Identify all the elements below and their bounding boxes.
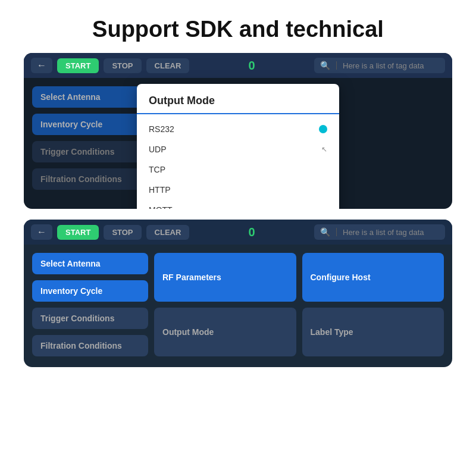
page-title: Support SDK and technical [0, 0, 476, 53]
tag-count-1: 0 [194, 59, 309, 73]
search-divider-2 [336, 228, 337, 236]
search-placeholder-1: Here is a list of tag data [343, 61, 424, 70]
modal-title: Output Mode [149, 95, 327, 107]
start-button-2[interactable]: START [57, 225, 99, 240]
radio-selected-icon [319, 125, 327, 133]
sidebar-inventory-cycle-2[interactable]: Inventory Cycle [32, 280, 148, 302]
modal-option-list: RS232 UDP ↖ TCP HTTP MQTT [137, 114, 339, 209]
modal-option-mqtt[interactable]: MQTT [137, 200, 339, 209]
panel-2: ← START STOP CLEAR 0 🔍 Here is a list of… [24, 220, 452, 367]
back-button-1[interactable]: ← [31, 58, 52, 73]
modal-option-tcp-label: TCP [149, 165, 165, 174]
modal-option-mqtt-label: MQTT [149, 205, 173, 209]
modal-option-udp-label: UDP [149, 145, 167, 154]
sidebar-trigger-conditions-2[interactable]: Trigger Conditions [32, 308, 148, 329]
search-divider-1 [336, 61, 337, 70]
modal-option-http-label: HTTP [149, 185, 171, 195]
toolbar-1: ← START STOP CLEAR 0 🔍 Here is a list of… [24, 53, 452, 78]
modal-option-http[interactable]: HTTP [137, 180, 339, 200]
grid-buttons: RF Parameters Configure Host Output Mode… [154, 253, 444, 356]
grid-output-mode[interactable]: Output Mode [154, 308, 296, 356]
modal-option-tcp[interactable]: TCP [137, 159, 339, 180]
stop-button-1[interactable]: STOP [104, 58, 141, 73]
tag-count-2: 0 [194, 226, 309, 239]
grid-rf-parameters[interactable]: RF Parameters [154, 253, 296, 302]
grid-configure-host[interactable]: Configure Host [302, 253, 444, 302]
panel-1-body: Select Antenna Inventory Cycle Trigger C… [24, 78, 452, 209]
modal-header: Output Mode [137, 84, 339, 114]
search-placeholder-2: Here is a list of tag data [343, 228, 424, 237]
modal-overlay: Output Mode RS232 UDP ↖ TCP HTTP [24, 78, 452, 209]
start-button-1[interactable]: START [57, 58, 99, 73]
modal-option-udp[interactable]: UDP ↖ [137, 139, 339, 159]
clear-button-1[interactable]: CLEAR [146, 58, 190, 73]
panel-2-body: Select Antenna Inventory Cycle Trigger C… [24, 245, 452, 367]
sidebar-2: Select Antenna Inventory Cycle Trigger C… [32, 253, 148, 356]
search-icon-1: 🔍 [320, 61, 330, 70]
back-button-2[interactable]: ← [31, 224, 52, 240]
stop-button-2[interactable]: STOP [104, 225, 141, 240]
toolbar-2: ← START STOP CLEAR 0 🔍 Here is a list of… [24, 220, 452, 245]
grid-label-type[interactable]: Label Type [302, 308, 444, 356]
search-icon-2: 🔍 [320, 227, 330, 237]
modal-option-rs232-label: RS232 [149, 124, 174, 134]
search-area-2[interactable]: 🔍 Here is a list of tag data [314, 224, 445, 240]
modal-option-rs232[interactable]: RS232 [137, 119, 339, 139]
sidebar-filtration-conditions-2[interactable]: Filtration Conditions [32, 335, 148, 356]
search-area-1[interactable]: 🔍 Here is a list of tag data [314, 58, 445, 73]
cursor-icon: ↖ [321, 145, 327, 154]
clear-button-2[interactable]: CLEAR [146, 225, 190, 240]
sidebar-select-antenna-2[interactable]: Select Antenna [32, 253, 148, 274]
panel-1: ← START STOP CLEAR 0 🔍 Here is a list of… [24, 53, 452, 209]
output-mode-modal: Output Mode RS232 UDP ↖ TCP HTTP [137, 84, 339, 209]
